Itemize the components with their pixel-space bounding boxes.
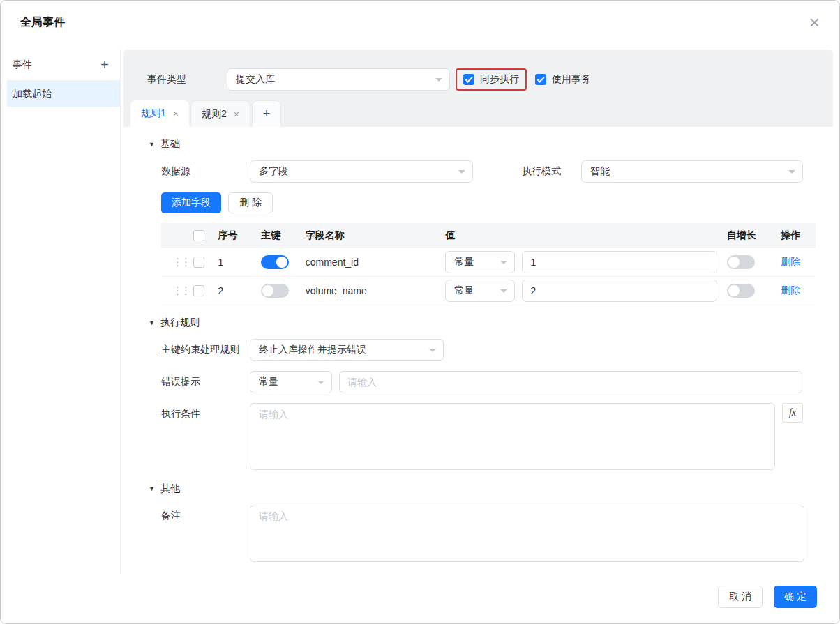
exec-condition-row: 执行条件 fx (161, 403, 808, 470)
sidebar: 事件 + 加载起始 (7, 50, 121, 574)
use-transaction-label: 使用事务 (552, 73, 591, 86)
table-row: ⋮⋮ 1 comment_id 常量 删除 (161, 248, 816, 277)
col-op-header: 操作 (781, 229, 816, 242)
value-type-value: 常量 (454, 284, 474, 297)
sync-exec-label: 同步执行 (480, 73, 519, 86)
auto-increment-toggle[interactable] (727, 284, 755, 298)
col-field-header: 字段名称 (306, 229, 446, 242)
col-pk-header: 主键 (261, 229, 306, 242)
delete-row-link[interactable]: 删除 (781, 284, 800, 296)
close-icon[interactable]: × (234, 109, 239, 120)
confirm-button[interactable]: 确 定 (774, 586, 817, 608)
field-name: comment_id (306, 257, 446, 268)
rule-tabbar: 规则1 × 规则2 × + (123, 100, 833, 127)
col-no-header: 序号 (218, 229, 262, 242)
section-basic-header[interactable]: ▼ 基础 (149, 138, 808, 151)
event-type-value: 提交入库 (236, 73, 275, 86)
value-type-value: 常量 (454, 256, 474, 268)
plus-icon: + (263, 107, 271, 121)
sidebar-item-load-start[interactable]: 加载起始 (7, 81, 120, 107)
error-type-value: 常量 (259, 376, 278, 388)
checkbox-checked-icon (535, 74, 546, 85)
section-exec-rules-title: 执行规则 (160, 317, 200, 329)
tab-label: 规则2 (202, 108, 227, 121)
chevron-down-icon (435, 78, 442, 82)
error-prompt-row: 错误提示 常量 (161, 371, 808, 393)
cancel-button[interactable]: 取 消 (718, 586, 763, 608)
chevron-down-icon (429, 349, 436, 352)
exec-mode-select[interactable]: 智能 (581, 160, 803, 183)
checkbox-checked-icon (463, 74, 474, 85)
table-header-row: 序号 主键 字段名称 值 自增长 操作 (161, 223, 816, 248)
use-transaction-checkbox[interactable]: 使用事务 (535, 73, 591, 86)
chevron-down-icon (788, 170, 795, 174)
add-event-icon[interactable]: + (100, 57, 109, 73)
drag-handle-icon[interactable]: ⋮⋮ (168, 256, 193, 268)
caret-down-icon: ▼ (149, 141, 155, 148)
sidebar-item-label: 加载起始 (13, 88, 52, 100)
value-type-select[interactable]: 常量 (445, 251, 515, 273)
delete-row-link[interactable]: 删除 (781, 256, 800, 267)
remark-row: 备注 (161, 505, 808, 562)
exec-mode-value: 智能 (590, 165, 610, 178)
table-row: ⋮⋮ 2 volume_name 常量 删 (161, 277, 816, 305)
remark-textarea[interactable] (250, 505, 804, 562)
add-field-button[interactable]: 添加字段 (161, 192, 221, 213)
event-type-label: 事件类型 (147, 73, 227, 86)
row-no: 1 (218, 257, 262, 268)
col-value-header: 值 (445, 229, 726, 242)
chevron-down-icon (317, 381, 324, 384)
exec-mode-label: 执行模式 (522, 165, 581, 178)
row-checkbox[interactable] (193, 257, 204, 268)
dialog-title: 全局事件 (20, 15, 65, 30)
primary-key-toggle[interactable] (261, 284, 289, 298)
pk-rule-label: 主键约束处理规则 (161, 344, 250, 356)
value-type-select[interactable]: 常量 (445, 280, 515, 302)
col-auto-header: 自增长 (727, 229, 781, 242)
datasource-value: 多字段 (259, 165, 288, 178)
auto-increment-toggle[interactable] (727, 255, 755, 269)
event-type-select[interactable]: 提交入库 (227, 68, 450, 91)
exec-condition-label: 执行条件 (161, 403, 250, 420)
main-panel: 事件类型 提交入库 同步执行 使用事务 规则1 (123, 50, 833, 574)
sidebar-header: 事件 + (7, 50, 120, 81)
drag-handle-icon[interactable]: ⋮⋮ (168, 284, 193, 297)
chevron-down-icon (500, 289, 507, 293)
value-input[interactable] (522, 251, 717, 273)
datasource-label: 数据源 (161, 165, 250, 178)
row-no: 2 (218, 285, 262, 296)
close-icon[interactable]: × (809, 13, 820, 31)
field-name: volume_name (306, 285, 446, 296)
pk-rule-value: 终止入库操作并提示错误 (259, 344, 366, 356)
close-icon[interactable]: × (173, 108, 179, 119)
sidebar-title: 事件 (13, 59, 32, 71)
remark-label: 备注 (161, 505, 250, 522)
dialog-footer: 取 消 确 定 (1, 574, 839, 623)
select-all-checkbox[interactable] (193, 230, 204, 241)
dialog-body: 事件 + 加载起始 事件类型 提交入库 同步执行 (1, 44, 839, 574)
error-prompt-input[interactable] (339, 371, 802, 393)
section-exec-rules-header[interactable]: ▼ 执行规则 (149, 317, 808, 329)
section-other-title: 其他 (160, 482, 180, 495)
pk-rule-row: 主键约束处理规则 终止入库操作并提示错误 (161, 339, 808, 361)
error-type-select[interactable]: 常量 (250, 371, 332, 393)
tab-rule1[interactable]: 规则1 × (130, 100, 189, 127)
fx-formula-button[interactable]: fx (782, 403, 803, 423)
sync-exec-checkbox[interactable]: 同步执行 (463, 73, 519, 86)
row-checkbox[interactable] (193, 285, 204, 296)
rule-panel: ▼ 基础 数据源 多字段 执行模式 智能 添加字段 (123, 127, 833, 574)
datasource-select[interactable]: 多字段 (250, 160, 473, 183)
value-input[interactable] (522, 280, 717, 302)
exec-condition-textarea[interactable] (250, 403, 775, 470)
datasource-row: 数据源 多字段 执行模式 智能 (161, 160, 808, 183)
tab-label: 规则1 (141, 107, 166, 120)
section-other-header[interactable]: ▼ 其他 (149, 482, 808, 495)
annotation-highlight-box: 同步执行 (456, 68, 527, 91)
tab-rule2[interactable]: 规则2 × (190, 100, 250, 127)
delete-button[interactable]: 删 除 (228, 192, 273, 213)
table-actions: 添加字段 删 除 (161, 192, 808, 213)
add-rule-tab-button[interactable]: + (252, 100, 281, 127)
pk-rule-select[interactable]: 终止入库操作并提示错误 (250, 339, 444, 361)
primary-key-toggle[interactable] (261, 255, 289, 269)
fields-table: 序号 主键 字段名称 值 自增长 操作 ⋮⋮ 1 comment_id (161, 223, 816, 305)
